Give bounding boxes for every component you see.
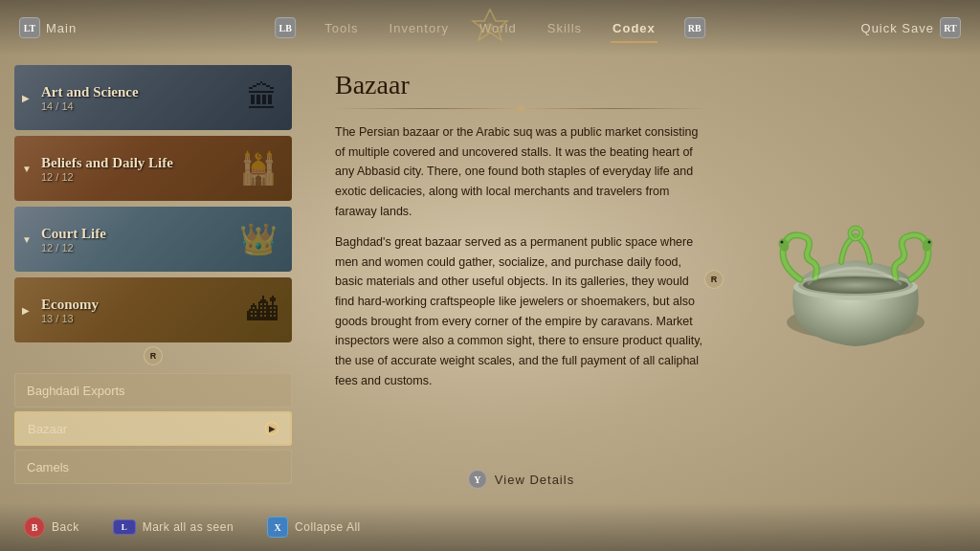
mark-action[interactable]: L Mark all as seen <box>113 519 234 535</box>
main-content: ▶ Art and Science 14 / 14 ▼ Beliefs and … <box>0 55 980 503</box>
lt-badge: LT <box>19 17 40 38</box>
nav-right: Quick Save RT <box>861 17 961 38</box>
r-badge-right: R <box>704 270 724 289</box>
category-economy[interactable]: ▶ Economy 13 / 13 <box>14 277 292 342</box>
category-court-name: Court Life <box>41 226 280 242</box>
tab-skills[interactable]: Skills <box>546 17 584 39</box>
category-art-and-science[interactable]: ▶ Art and Science 14 / 14 <box>14 65 292 130</box>
sub-item-camels[interactable]: Camels <box>14 450 292 484</box>
category-court-count: 12 / 12 <box>41 242 280 253</box>
top-ornament <box>471 8 509 50</box>
category-court-content: ▼ Court Life 12 / 12 <box>14 207 292 272</box>
category-economy-content: ▶ Economy 13 / 13 <box>14 277 292 342</box>
category-art-content: ▶ Art and Science 14 / 14 <box>14 65 292 130</box>
sub-item-bazaar[interactable]: Bazaar ▶ <box>14 411 292 446</box>
category-court-arrow: ▼ <box>22 234 32 245</box>
sub-item-bazaar-badge: ▶ <box>265 422 278 435</box>
category-beliefs-content: ▼ Beliefs and Daily Life 12 / 12 <box>14 136 292 201</box>
back-action[interactable]: B Back <box>24 517 79 538</box>
quick-save-label: Quick Save <box>861 21 934 35</box>
entry-content: Bazaar The Persian bazaar or the Arabic … <box>306 55 731 503</box>
tab-codex[interactable]: Codex <box>611 17 657 39</box>
rb-badge: RB <box>684 17 705 38</box>
svg-point-7 <box>781 241 784 244</box>
collapse-label: Collapse All <box>295 520 361 534</box>
back-btn-badge: B <box>24 517 45 538</box>
artifact-area <box>731 55 980 503</box>
view-details-button[interactable]: Y <box>468 470 487 489</box>
lb-badge: LB <box>275 17 296 38</box>
mark-btn-badge: L <box>113 519 136 535</box>
rt-badge: RT <box>940 17 961 38</box>
sub-item-bazaar-label: Bazaar <box>28 422 67 436</box>
mark-label: Mark all as seen <box>143 520 234 534</box>
view-details-label: View Details <box>495 473 574 487</box>
category-economy-count: 13 / 13 <box>41 313 280 324</box>
collapse-action[interactable]: X Collapse All <box>267 517 361 538</box>
nav-left: LT Main <box>19 17 77 38</box>
category-economy-name: Economy <box>41 297 280 313</box>
category-art-name: Art and Science <box>41 84 280 100</box>
category-economy-arrow: ▶ <box>22 305 30 316</box>
category-beliefs[interactable]: ▼ Beliefs and Daily Life 12 / 12 <box>14 136 292 201</box>
svg-point-1 <box>486 23 494 31</box>
title-divider <box>335 108 707 109</box>
back-label: Back <box>52 520 79 534</box>
bowl-svg <box>760 184 951 375</box>
sub-item-baghdadi-exports[interactable]: Baghdadi Exports <box>14 373 292 408</box>
right-panel: Bazaar The Persian bazaar or the Arabic … <box>306 55 980 503</box>
category-art-arrow: ▶ <box>22 93 30 103</box>
entry-title: Bazaar <box>335 70 707 100</box>
collapse-btn-badge: X <box>267 517 288 538</box>
sub-item-camels-label: Camels <box>27 460 69 474</box>
tab-tools[interactable]: Tools <box>323 17 360 39</box>
screen: LT Main LB Tools Inventory World Skills … <box>0 0 980 551</box>
entry-paragraph-1: The Persian bazaar or the Arabic suq was… <box>335 122 707 221</box>
sidebar: ▶ Art and Science 14 / 14 ▼ Beliefs and … <box>0 55 306 503</box>
artifact-image <box>760 184 951 375</box>
sub-item-baghdadi-label: Baghdadi Exports <box>27 384 125 398</box>
category-art-count: 14 / 14 <box>41 100 280 112</box>
svg-point-9 <box>928 241 931 244</box>
bottom-bar: B Back L Mark all as seen X Collapse All <box>0 503 980 551</box>
tab-inventory[interactable]: Inventory <box>388 17 451 39</box>
category-beliefs-name: Beliefs and Daily Life <box>41 155 280 171</box>
view-details[interactable]: Y View Details <box>335 470 707 489</box>
entry-body: The Persian bazaar or the Arabic suq was… <box>335 122 707 460</box>
category-beliefs-count: 12 / 12 <box>41 171 280 183</box>
entry-paragraph-2: Baghdad's great bazaar served as a perma… <box>335 232 707 390</box>
main-label: Main <box>46 21 77 35</box>
sub-items-list: Baghdadi Exports Bazaar ▶ Camels <box>14 373 292 484</box>
category-beliefs-arrow: ▼ <box>22 164 32 174</box>
category-court-life[interactable]: ▼ Court Life 12 / 12 <box>14 207 292 272</box>
r-circle-badge: R <box>144 346 163 365</box>
